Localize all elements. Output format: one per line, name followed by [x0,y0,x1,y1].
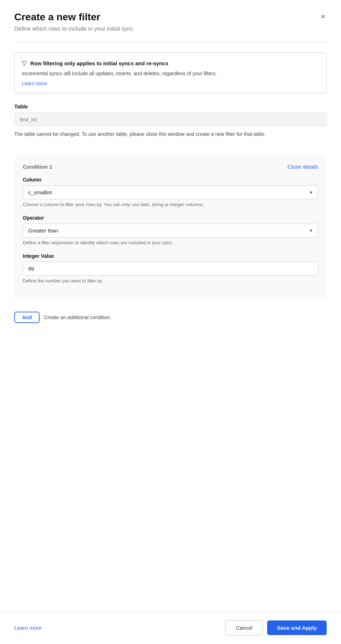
save-apply-button[interactable]: Save and Apply [267,620,327,635]
cancel-button[interactable]: Cancel [225,620,263,635]
table-value: test_int [14,112,327,126]
modal-title: Create a new filter [14,11,100,23]
value-label: Integer Value [23,253,318,259]
header-divider [14,42,327,42]
column-select[interactable]: c_smallint [23,185,318,199]
operator-select[interactable]: Greater than Less than Equal to Not equa… [23,224,318,237]
footer: Learn more Cancel Save and Apply [0,611,341,644]
condition-card: Condition 1 Close details Column c_small… [14,155,327,300]
value-field: Integer Value Define the number you want… [23,253,318,284]
modal-subtitle: Define which rows to include in your ini… [14,26,327,32]
close-button[interactable]: × [319,11,327,22]
footer-actions: Cancel Save and Apply [225,620,327,635]
operator-hint: Define a filter expression to identify w… [23,240,318,246]
and-button[interactable]: And [14,312,40,323]
condition-title: Condition 1 [23,164,52,170]
and-row: And Create an additional condition. [14,312,327,323]
value-input[interactable] [23,262,318,276]
and-hint: Create an additional condition. [44,315,111,320]
modal-header: Create a new filter × [14,11,327,23]
table-note: The table cannot be changed. To use anot… [14,131,327,138]
column-select-wrapper: c_smallint ▼ [23,185,318,199]
info-box-title: Row filtering only applies to initial sy… [30,60,168,66]
info-box-body: Incremental syncs still include all upda… [22,70,319,77]
close-details-button[interactable]: Close details [287,164,318,170]
filter-icon: ▽ [22,59,27,67]
info-box: ▽ Row filtering only applies to initial … [14,52,327,93]
operator-label: Operator [23,215,318,221]
operator-field: Operator Greater than Less than Equal to… [23,215,318,246]
condition-header: Condition 1 Close details [23,164,318,170]
footer-learn-more-link[interactable]: Learn more [14,625,42,631]
operator-select-wrapper: Greater than Less than Equal to Not equa… [23,224,318,237]
table-section: Table test_int The table cannot be chang… [14,103,327,148]
column-label: Column [23,177,318,183]
value-hint: Define the number you want to filter by. [23,278,318,284]
info-learn-more-link[interactable]: Learn more [22,81,47,86]
column-hint: Choose a column to filter your rows by. … [23,201,318,208]
table-label: Table [14,103,327,109]
info-box-header: ▽ Row filtering only applies to initial … [22,59,319,67]
column-field: Column c_smallint ▼ Choose a column to f… [23,177,318,208]
